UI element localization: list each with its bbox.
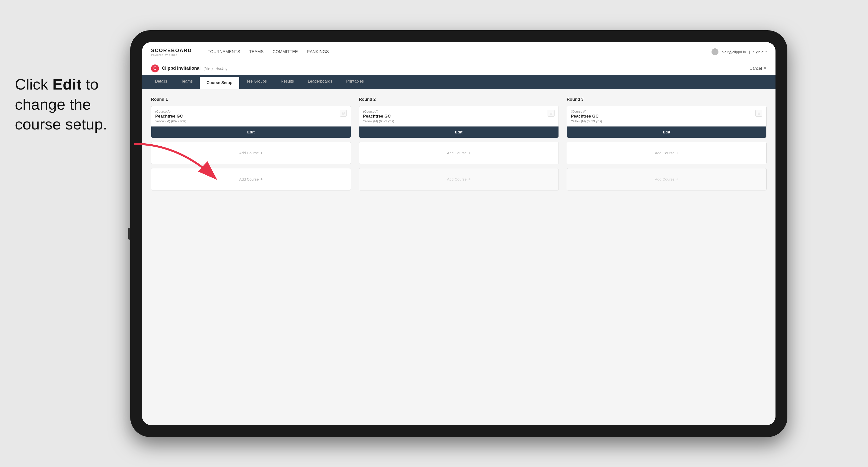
round-2-course-header: (Course A) Peachtree GC Yellow (M) (6629… — [359, 106, 558, 126]
tab-bar: Details Teams Course Setup Tee Groups Re… — [142, 75, 775, 89]
round-2-course-info: (Course A) Peachtree GC Yellow (M) (6629… — [363, 110, 394, 126]
nav-links: TOURNAMENTS TEAMS COMMITTEE RANKINGS — [208, 49, 700, 55]
annotation-text: Click Edit tochange thecourse setup. — [15, 74, 107, 134]
round-2-course-detail: Yellow (M) (6629 yds) — [363, 119, 394, 126]
round-2-course-label: (Course A) — [363, 110, 394, 113]
add-icon-6: + — [676, 177, 679, 182]
tab-tee-groups[interactable]: Tee Groups — [239, 75, 274, 89]
round-3-course-name: Peachtree GC — [571, 114, 602, 119]
sub-header-left: C Clippd Invitational (Men) Hosting — [151, 64, 227, 72]
round-1-add-course-1[interactable]: Add Course + — [151, 142, 351, 164]
round-1-course-detail: Yellow (M) (6629 yds) — [155, 119, 186, 126]
tab-printables[interactable]: Printables — [339, 75, 371, 89]
tablet-side-button — [128, 228, 130, 240]
add-icon-5: + — [676, 151, 679, 156]
clippd-logo: C — [151, 64, 159, 72]
round-3-edit-button[interactable]: Edit — [567, 126, 766, 138]
round-1-add-course-2[interactable]: Add Course + — [151, 168, 351, 190]
round-3-add-course-2: Add Course + — [567, 168, 767, 190]
tab-teams[interactable]: Teams — [174, 75, 199, 89]
main-content: Round 1 (Course A) Peachtree GC Yellow (… — [142, 89, 775, 425]
round-3-course-detail: Yellow (M) (6629 yds) — [571, 119, 602, 126]
round-3-course-header: (Course A) Peachtree GC Yellow (M) (6629… — [567, 106, 766, 126]
tablet-frame: SCOREBOARD Powered by clippd TOURNAMENTS… — [130, 30, 787, 437]
add-icon-1: + — [260, 151, 263, 156]
sign-out-link[interactable]: Sign out — [753, 50, 767, 54]
round-1-course-label: (Course A) — [155, 110, 186, 113]
pipe-separator: | — [749, 50, 750, 54]
cancel-button[interactable]: Cancel ✕ — [749, 66, 767, 71]
round-2-course-name: Peachtree GC — [363, 114, 394, 119]
round-1-course-name: Peachtree GC — [155, 114, 186, 119]
nav-rankings[interactable]: RANKINGS — [307, 49, 329, 55]
round-1-course-info: (Course A) Peachtree GC Yellow (M) (6629… — [155, 110, 186, 126]
brand: SCOREBOARD Powered by clippd — [151, 48, 192, 56]
round-3-column: Round 3 (Course A) Peachtree GC Yellow (… — [567, 97, 767, 194]
hosting-badge: Hosting — [216, 66, 227, 70]
sub-header: C Clippd Invitational (Men) Hosting Canc… — [142, 62, 775, 75]
top-navbar: SCOREBOARD Powered by clippd TOURNAMENTS… — [142, 42, 775, 62]
round-1-course-card: (Course A) Peachtree GC Yellow (M) (6629… — [151, 106, 351, 138]
tablet-screen: SCOREBOARD Powered by clippd TOURNAMENTS… — [142, 42, 775, 425]
round-3-title: Round 3 — [567, 97, 767, 102]
tab-details[interactable]: Details — [148, 75, 174, 89]
add-icon-4: + — [468, 177, 471, 182]
round-2-title: Round 2 — [359, 97, 559, 102]
brand-sub: Powered by clippd — [151, 53, 192, 56]
tab-results[interactable]: Results — [274, 75, 301, 89]
nav-committee[interactable]: COMMITTEE — [273, 49, 298, 55]
round-3-course-info: (Course A) Peachtree GC Yellow (M) (6629… — [571, 110, 602, 126]
round-2-add-course-2: Add Course + — [359, 168, 559, 190]
nav-tournaments[interactable]: TOURNAMENTS — [208, 49, 240, 55]
round-1-course-header: (Course A) Peachtree GC Yellow (M) (6629… — [151, 106, 351, 126]
round-3-delete-button[interactable]: ⊟ — [755, 110, 762, 117]
round-1-column: Round 1 (Course A) Peachtree GC Yellow (… — [151, 97, 351, 194]
tab-leaderboards[interactable]: Leaderboards — [301, 75, 339, 89]
round-1-title: Round 1 — [151, 97, 351, 102]
round-3-add-course-1[interactable]: Add Course + — [567, 142, 767, 164]
round-1-edit-button[interactable]: Edit — [151, 126, 351, 138]
round-2-column: Round 2 (Course A) Peachtree GC Yellow (… — [359, 97, 559, 194]
brand-title: SCOREBOARD — [151, 48, 192, 53]
round-2-delete-button[interactable]: ⊟ — [548, 110, 555, 117]
nav-right: blair@clippd.io | Sign out — [712, 49, 767, 55]
gender-badge: (Men) — [204, 66, 213, 70]
tab-course-setup[interactable]: Course Setup — [199, 76, 239, 89]
avatar — [712, 49, 718, 55]
round-1-delete-button[interactable]: ⊟ — [340, 110, 347, 117]
add-icon-2: + — [260, 177, 263, 182]
rounds-grid: Round 1 (Course A) Peachtree GC Yellow (… — [151, 97, 767, 194]
round-2-add-course-1[interactable]: Add Course + — [359, 142, 559, 164]
round-3-course-card: (Course A) Peachtree GC Yellow (M) (6629… — [567, 106, 767, 138]
cancel-icon: ✕ — [763, 66, 767, 71]
round-2-course-card: (Course A) Peachtree GC Yellow (M) (6629… — [359, 106, 559, 138]
add-icon-3: + — [468, 151, 471, 156]
round-2-edit-button[interactable]: Edit — [359, 126, 558, 138]
nav-teams[interactable]: TEAMS — [249, 49, 264, 55]
user-email: blair@clippd.io — [721, 50, 746, 54]
tournament-name: Clippd Invitational — [162, 66, 200, 71]
round-3-course-label: (Course A) — [571, 110, 602, 113]
